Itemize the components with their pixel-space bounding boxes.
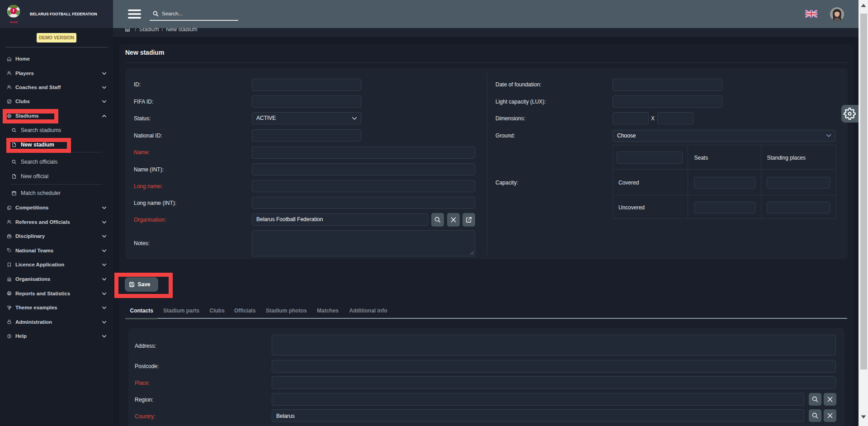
svg-text:АБФФ: АБФФ bbox=[9, 21, 18, 24]
